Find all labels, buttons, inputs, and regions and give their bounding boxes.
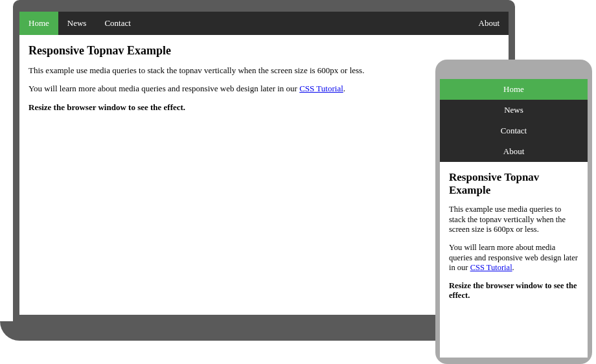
topnav-horizontal: Home News Contact About — [19, 12, 509, 35]
page-title: Responsive Topnav Example — [29, 44, 499, 58]
paragraph-1: This example use media queries to stack … — [29, 65, 499, 76]
nav-contact[interactable]: Contact — [95, 12, 139, 35]
phone-viewport: Home News Contact About Responsive Topna… — [440, 79, 588, 358]
page-title-mobile: Responsive Topnav Example — [449, 171, 579, 197]
nav-about-mobile[interactable]: About — [440, 141, 588, 162]
nav-news[interactable]: News — [58, 12, 96, 35]
paragraph-3-mobile: Resize the browser window to see the eff… — [449, 281, 579, 301]
page-content-mobile: Responsive Topnav Example This example u… — [440, 162, 588, 318]
paragraph-2-mobile: You will learn more about media queries … — [449, 243, 579, 273]
paragraph-2-prefix: You will learn more about media queries … — [29, 84, 299, 93]
paragraph-1-mobile: This example use media queries to stack … — [449, 205, 579, 235]
nav-home[interactable]: Home — [19, 12, 58, 35]
css-tutorial-link-mobile[interactable]: CSS Tutorial — [470, 263, 512, 272]
nav-home-mobile[interactable]: Home — [440, 79, 588, 100]
paragraph-3-text: Resize the browser window to see the eff… — [29, 102, 185, 112]
paragraph-2-suffix: . — [343, 84, 345, 93]
paragraph-2-suffix-mobile: . — [512, 263, 514, 272]
css-tutorial-link[interactable]: CSS Tutorial — [299, 84, 343, 93]
nav-about[interactable]: About — [470, 12, 509, 35]
topnav-vertical: Home News Contact About — [440, 79, 588, 162]
nav-contact-mobile[interactable]: Contact — [440, 120, 588, 141]
paragraph-3-text-mobile: Resize the browser window to see the eff… — [449, 281, 577, 301]
paragraph-3: Resize the browser window to see the eff… — [29, 102, 499, 113]
nav-news-mobile[interactable]: News — [440, 100, 588, 120]
paragraph-2: You will learn more about media queries … — [29, 84, 499, 94]
phone-device: Home News Contact About Responsive Topna… — [435, 60, 592, 364]
